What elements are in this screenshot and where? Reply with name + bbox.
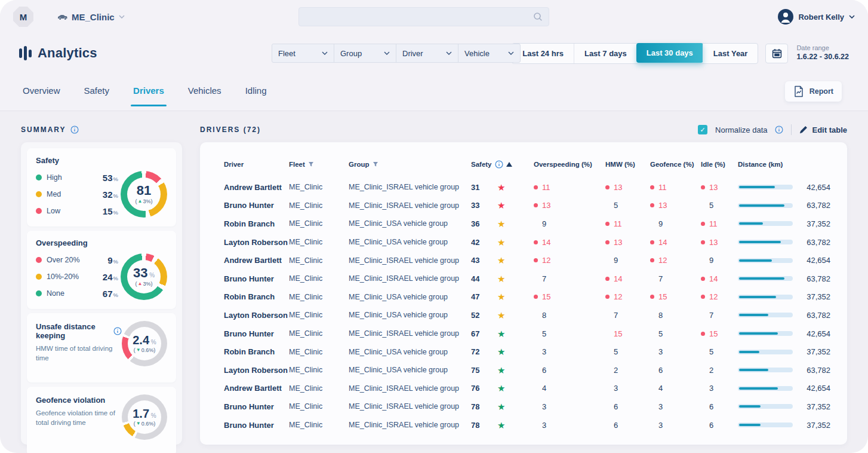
legend-label: Low xyxy=(47,207,103,215)
distance-value: 37,352 xyxy=(798,421,830,430)
driver-name: Bruno Hunter xyxy=(224,274,289,283)
overspeeding-value: 6 xyxy=(534,366,605,375)
filter-group: FleetGroupDriverVehicle xyxy=(272,44,521,63)
table-row[interactable]: Robin Branch ME_Clinic ME_Clinic_USA veh… xyxy=(224,288,832,307)
table-row[interactable]: Andrew Bartlett ME_Clinic ME_Clinic_ISRA… xyxy=(224,178,832,197)
legend-label: Over 20% xyxy=(47,256,107,264)
range-button-last-24-hrs[interactable]: Last 24 hrs xyxy=(512,44,574,63)
metric-number: 7 xyxy=(709,311,713,320)
table-row[interactable]: Bruno Hunter ME_Clinic ME_Clinic_ISRAEL … xyxy=(224,325,832,343)
column-header-group[interactable]: Group xyxy=(349,161,471,168)
search-icon[interactable] xyxy=(533,12,543,22)
info-icon[interactable] xyxy=(70,126,79,134)
chevron-down-icon xyxy=(508,51,514,55)
filter-funnel-icon[interactable] xyxy=(373,161,378,167)
table-row[interactable]: Bruno Hunter ME_Clinic ME_Clinic_ISRAEL … xyxy=(224,197,832,215)
safety-score: 44 xyxy=(471,274,489,283)
table-row[interactable]: Bruno Hunter ME_Clinic ME_Clinic_ISRAEL … xyxy=(224,397,832,416)
driver-name: Layton Roberson xyxy=(224,311,289,320)
search-input[interactable] xyxy=(299,13,533,22)
filter-funnel-icon[interactable] xyxy=(308,161,314,167)
legend-row: Med 32% xyxy=(36,189,118,200)
alert-dot-icon xyxy=(605,222,614,226)
table-body: Andrew Bartlett ME_Clinic ME_Clinic_ISRA… xyxy=(224,178,832,434)
metric-number: 5 xyxy=(658,329,663,338)
search-bar[interactable] xyxy=(298,7,549,26)
filter-label: Fleet xyxy=(278,49,296,58)
distance-bar xyxy=(738,313,798,317)
fleet-name: ME_Clinic xyxy=(289,421,349,429)
company-logo[interactable]: M xyxy=(13,7,33,27)
normalize-label: Normalize data xyxy=(715,126,767,134)
metric-number: 13 xyxy=(614,238,622,247)
date-range-value: 1.6.22 - 30.6.22 xyxy=(796,53,849,62)
group-name: ME_Clinic_USA vehicle group xyxy=(349,293,471,301)
trend-arrow-icon: ▼ xyxy=(136,348,141,353)
geofence-value: 12 xyxy=(650,256,701,265)
driver-name: Bruno Hunter xyxy=(224,402,289,411)
column-header-fleet[interactable]: Fleet xyxy=(289,161,349,168)
alert-dot-icon xyxy=(534,185,542,189)
filter-group[interactable]: Group xyxy=(334,44,396,63)
driver-name: Robin Branch xyxy=(224,347,289,356)
table-row[interactable]: Layton Roberson ME_Clinic ME_Clinic_USA … xyxy=(224,306,832,325)
filter-vehicle[interactable]: Vehicle xyxy=(458,44,521,63)
summary-block-overspeeding: Overspeeding Over 20% 9% 10%-20% 24% Non… xyxy=(27,231,176,309)
geofence-value: 5 xyxy=(650,329,701,338)
driver-name: Layton Roberson xyxy=(224,238,289,247)
tab-overview[interactable]: Overview xyxy=(23,74,60,110)
calendar-button[interactable] xyxy=(765,44,788,63)
block-title: Safety xyxy=(36,156,167,165)
safety-score: 47 xyxy=(471,292,489,301)
tab-drivers[interactable]: Drivers xyxy=(133,74,164,110)
column-header-over: Overspeeding (%) xyxy=(534,161,605,168)
block-subtitle: Geofence violation time of total driving… xyxy=(36,409,119,427)
tab-vehicles[interactable]: Vehicles xyxy=(188,74,221,110)
metric-number: 9 xyxy=(658,219,663,228)
distance-bar xyxy=(738,240,798,244)
table-row[interactable]: Bruno Hunter ME_Clinic ME_Clinic_ISRAEL … xyxy=(224,416,832,434)
geofence-value: 9 xyxy=(650,219,701,228)
sort-asc-icon[interactable] xyxy=(506,162,512,167)
legend-dot xyxy=(36,175,42,180)
filter-label: Vehicle xyxy=(464,49,490,58)
table-row[interactable]: Layton Roberson ME_Clinic ME_Clinic_USA … xyxy=(224,233,832,252)
column-label: Safety xyxy=(471,161,492,168)
info-icon[interactable] xyxy=(775,126,783,134)
tab-idling[interactable]: Idling xyxy=(245,74,267,110)
table-row[interactable]: Robin Branch ME_Clinic ME_Clinic_USA veh… xyxy=(224,342,832,361)
table-row[interactable]: Andrew Bartlett ME_Clinic ME_Clinic_ISRA… xyxy=(224,251,832,270)
safety-score: 75 xyxy=(471,366,489,375)
overspeeding-value: 5 xyxy=(534,329,605,338)
edit-table-button[interactable]: Edit table xyxy=(799,126,847,134)
column-header-hmw: HMW (%) xyxy=(605,161,650,168)
filter-driver[interactable]: Driver xyxy=(396,44,458,63)
table-row[interactable]: Layton Roberson ME_Clinic ME_Clinic_USA … xyxy=(224,361,832,379)
legend-dot xyxy=(36,257,42,263)
range-button-last-year[interactable]: Last Year xyxy=(703,44,758,63)
filter-fleet[interactable]: Fleet xyxy=(272,44,334,63)
info-icon[interactable] xyxy=(495,160,503,169)
range-button-last-30-days[interactable]: Last 30 days xyxy=(636,43,703,63)
org-selector[interactable]: ME_Clinic xyxy=(57,12,125,22)
metric-number: 7 xyxy=(658,274,663,283)
safety-score: 42 xyxy=(471,238,489,247)
tab-safety[interactable]: Safety xyxy=(84,74,110,110)
metric-number: 5 xyxy=(614,347,618,356)
block-title: Overspeeding xyxy=(36,238,167,247)
metric-number: 3 xyxy=(709,384,713,393)
table-row[interactable]: Robin Branch ME_Clinic ME_Clinic_USA veh… xyxy=(224,215,832,233)
fleet-name: ME_Clinic xyxy=(289,366,349,374)
distance-value: 37,352 xyxy=(798,219,830,228)
legend-value: 67% xyxy=(103,289,118,299)
user-menu[interactable]: Robert Kelly xyxy=(778,9,855,25)
legend-row: High 53% xyxy=(36,173,118,183)
table-row[interactable]: Bruno Hunter ME_Clinic ME_Clinic_ISRAEL … xyxy=(224,270,832,288)
range-button-last-7-days[interactable]: Last 7 days xyxy=(574,44,637,63)
hmw-value: 5 xyxy=(605,347,650,356)
column-header-safety[interactable]: Safety xyxy=(471,160,534,169)
table-row[interactable]: Andrew Bartlett ME_Clinic ME_Clinic_ISRA… xyxy=(224,379,832,398)
report-button[interactable]: Report xyxy=(785,81,842,102)
normalize-checkbox[interactable]: ✓ xyxy=(698,125,707,134)
driver-name: Layton Roberson xyxy=(224,366,289,375)
